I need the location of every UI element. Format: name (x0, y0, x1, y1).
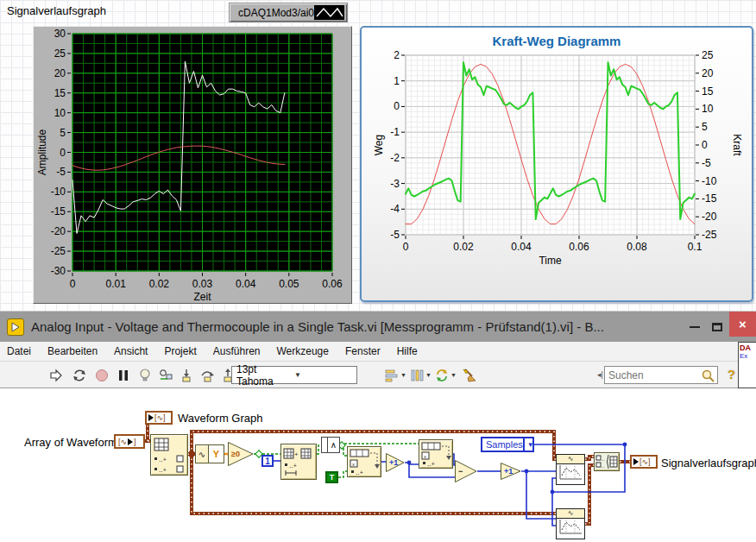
toolbar-separator: ◂| (597, 370, 603, 379)
diagram-canvas[interactable]: [∿] Waveform Graph Array of Waveform [∿ … (0, 388, 756, 542)
svg-text:0.02: 0.02 (453, 241, 474, 253)
svg-text:-1: -1 (390, 126, 400, 138)
svg-text:0: 0 (702, 139, 708, 151)
y-component-label: Y (209, 445, 224, 463)
svg-text:15: 15 (54, 87, 66, 99)
menu-fenster[interactable]: Fenster (345, 345, 381, 357)
svg-text:15: 15 (702, 85, 714, 98)
kraft-weg-chart[interactable]: -5-4-3-2-1012-25-20-15-10-5051015202500.… (362, 28, 752, 300)
array-of-waveform-label[interactable]: Array of Waveform (24, 436, 112, 449)
search-icon[interactable] (700, 368, 717, 383)
legend-channel-label: cDAQ1Mod3/ai0 (238, 7, 314, 19)
svg-text:30: 30 (54, 28, 66, 40)
window-titlebar[interactable]: Analog Input - Voltage and Thermocouple … (0, 311, 756, 342)
svg-text:-20: -20 (51, 225, 66, 237)
font-selector[interactable]: 13pt Tahoma▼ (231, 366, 357, 384)
waveform-wire-junction (189, 451, 194, 457)
svg-text:Zeit: Zeit (193, 291, 211, 303)
labview-environment: Signalverlaufsgraph cDAQ1Mod3/ai0 -30-25… (0, 0, 756, 542)
svg-text:0.04: 0.04 (511, 241, 532, 253)
svg-text:-10: -10 (702, 175, 717, 187)
kraft-weg-panel[interactable]: Kraft-Weg Diagramm -5-4-3-2-1012-25-20-1… (360, 26, 753, 302)
svg-text:‥+: ‥+ (427, 461, 435, 467)
svg-text:0: 0 (403, 241, 409, 253)
search-box[interactable] (604, 366, 718, 384)
search-input[interactable] (605, 369, 700, 381)
svg-text:-3: -3 (390, 178, 400, 190)
close-button[interactable]: × (729, 312, 756, 337)
run-button[interactable] (47, 367, 65, 383)
pause-button[interactable] (115, 367, 132, 383)
left-graph-legend[interactable]: cDAQ1Mod3/ai0 (229, 3, 348, 22)
step-into-button[interactable] (178, 367, 195, 383)
svg-text:-2: -2 (390, 152, 400, 164)
increment-node-2[interactable]: +1 (501, 463, 521, 480)
svg-text:Time: Time (539, 255, 562, 267)
threshold-array-node-2[interactable]: x ‥+ (419, 439, 453, 469)
waveform-graph-terminal[interactable]: [∿] (145, 411, 173, 425)
resize-objects-dropdown[interactable]: ▼ (434, 367, 457, 383)
svg-text:0: 0 (394, 100, 400, 112)
menu-hilfe[interactable]: Hilfe (397, 345, 418, 357)
greater-equal-zero-node[interactable]: ≥0 (228, 442, 254, 466)
svg-text:0.06: 0.06 (322, 278, 343, 290)
signalverlaufsgraph-label[interactable]: Signalverlaufsgraph (661, 457, 756, 470)
menu-werkzeuge[interactable]: Werkzeuge (276, 345, 328, 357)
toolbar: 13pt Tahoma▼ ▼ ▼ ▼ ◂| ? (0, 362, 738, 388)
constant-one[interactable]: 1 (261, 455, 274, 467)
svg-text:-10: -10 (51, 186, 66, 198)
signalverlaufsgraph-terminal[interactable]: [∿] (630, 455, 658, 469)
legend-line-style-icon[interactable] (314, 5, 344, 20)
help-icon[interactable]: ? (728, 367, 735, 381)
svg-text:-4: -4 (390, 203, 400, 215)
svg-text:‥+: ‥+ (159, 457, 167, 463)
cleanup-diagram-button[interactable] (462, 367, 479, 383)
array-of-waveform-control[interactable]: [∿ ] (114, 434, 145, 449)
menu-projekt[interactable]: Projekt (164, 345, 196, 357)
bracket-icon: ] (134, 438, 136, 446)
menu-datei[interactable]: Datei (7, 345, 31, 357)
waveform-graph-label[interactable]: Waveform Graph (178, 412, 263, 425)
threshold-array-node-1[interactable]: x ‥+ (347, 446, 381, 477)
block-diagram-window: Analog Input - Voltage and Thermocouple … (0, 311, 756, 542)
retain-wire-values-icon[interactable] (157, 367, 174, 383)
svg-text:-25: -25 (51, 245, 66, 257)
svg-text:‥+: ‥+ (289, 463, 297, 469)
abort-button[interactable] (93, 367, 110, 383)
waveform-glyph: ∿ (557, 509, 584, 519)
get-waveform-components-node[interactable]: ∿ Y (195, 444, 224, 463)
highlight-execution-icon[interactable] (136, 367, 154, 383)
window-title: Analog Input - Voltage and Thermocouple … (31, 319, 604, 334)
menu-ansicht[interactable]: Ansicht (114, 345, 148, 357)
svg-text:10: 10 (54, 107, 66, 119)
menu-bearbeiten[interactable]: Bearbeiten (47, 345, 98, 357)
samples-enum-constant[interactable]: Samples ▼ (481, 437, 534, 452)
waveform-glyph: ∿ (196, 445, 209, 463)
waveform-chart[interactable]: -30-25-20-15-10-505101520253000.010.020.… (34, 27, 351, 303)
run-continuously-button[interactable] (71, 367, 88, 383)
index-array-node[interactable]: ‥+ ‥+ (150, 434, 188, 476)
search-insert-array-node[interactable]: + ‥+ (280, 444, 317, 480)
and-node[interactable]: ∧ (321, 437, 340, 453)
minimize-button[interactable] (685, 318, 704, 336)
true-constant[interactable]: T (325, 471, 338, 483)
front-panel: Signalverlaufsgraph cDAQ1Mod3/ai0 -30-25… (0, 0, 756, 311)
increment-node-1[interactable]: +1 (386, 453, 405, 472)
step-over-button[interactable] (198, 367, 216, 383)
distribute-objects-dropdown[interactable]: ▼ (409, 367, 432, 383)
svg-text:0.06: 0.06 (569, 241, 589, 253)
get-waveform-subset-node-top[interactable]: ∿ (556, 454, 585, 485)
build-array-node[interactable]: ‥ ‥ (594, 452, 620, 471)
maximize-button[interactable] (708, 318, 727, 336)
svg-text:20: 20 (702, 67, 714, 79)
enum-dropdown-icon[interactable]: ▼ (523, 438, 537, 451)
svg-text:‥: ‥ (602, 457, 605, 462)
waveform-graph-panel[interactable]: -30-25-20-15-10-505101520253000.010.020.… (33, 26, 352, 304)
svg-text:0.01: 0.01 (105, 278, 126, 290)
get-waveform-subset-node-bottom[interactable]: ∿ (556, 508, 585, 539)
align-objects-dropdown[interactable]: ▼ (384, 367, 406, 383)
menu-ausfuehren[interactable]: Ausführen (213, 345, 261, 357)
subtract-node[interactable]: − (455, 460, 477, 482)
svg-text:0.05: 0.05 (279, 278, 299, 290)
vi-icon-pane[interactable]: DA Ex (738, 342, 756, 388)
